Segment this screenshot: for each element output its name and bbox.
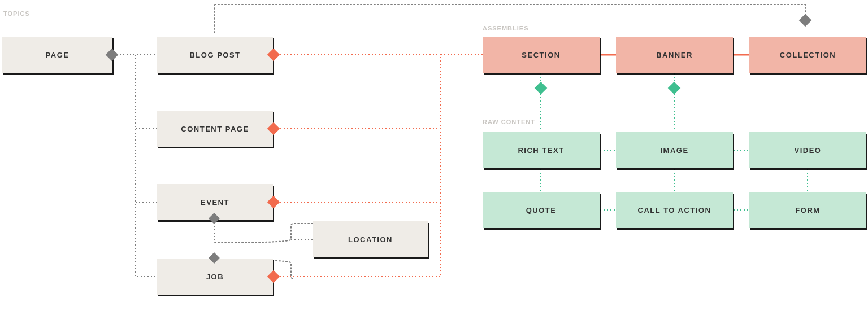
quote-node: QUOTE [483,192,600,228]
blog-post-node: BLOG POST [157,37,273,73]
form-node-label: FORM [795,206,820,214]
section-node-label: SECTION [522,51,560,59]
collection-node-label: COLLECTION [780,51,836,59]
blog-post-node-label: BLOG POST [189,51,240,59]
video-node-label: VIDEO [795,146,822,155]
assemblies-section-label: ASSEMBLIES [483,25,529,32]
image-node-label: IMAGE [660,146,688,155]
job-node-label: JOB [206,273,224,281]
content-page-node-label: CONTENT PAGE [181,125,249,133]
banner-node: BANNER [616,37,733,73]
rich-text-node: RICH TEXT [483,132,600,168]
page-node: PAGE [2,37,112,73]
raw-content-section-label: RAW CONTENT [483,119,535,125]
location-node-label: LOCATION [348,235,393,244]
section-node: SECTION [483,37,600,73]
banner-node-label: BANNER [656,51,693,59]
diamond-layer [0,0,868,311]
event-node: EVENT [157,184,273,220]
call-to-action-node-label: CALL TO ACTION [638,206,711,214]
video-node: VIDEO [749,132,866,168]
form-node: FORM [749,192,866,228]
page-node-label: PAGE [46,51,70,59]
event-node-label: EVENT [201,198,229,207]
location-node: LOCATION [313,221,428,257]
topics-section-label: TOPICS [3,10,30,17]
quote-node-label: QUOTE [526,206,557,214]
rich-text-node-label: RICH TEXT [518,146,564,155]
diamond-icon [535,82,548,95]
content-page-node: CONTENT PAGE [157,111,273,147]
collection-node: COLLECTION [749,37,866,73]
diamond-icon [799,14,812,27]
diamond-icon [668,82,681,95]
connectors-svg [0,0,868,311]
call-to-action-node: CALL TO ACTION [616,192,733,228]
image-node: IMAGE [616,132,733,168]
job-node: JOB [157,259,273,295]
